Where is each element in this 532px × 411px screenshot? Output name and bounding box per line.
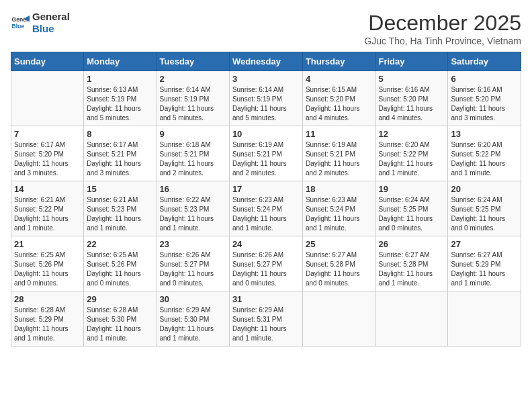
day-cell: 13Sunrise: 6:20 AMSunset: 5:22 PMDayligh… [448, 126, 521, 181]
day-info: Sunrise: 6:27 AMSunset: 5:28 PMDaylight:… [379, 250, 445, 288]
day-cell: 21Sunrise: 6:25 AMSunset: 5:26 PMDayligh… [11, 236, 84, 291]
day-info: Sunrise: 6:24 AMSunset: 5:25 PMDaylight:… [451, 195, 518, 233]
col-saturday: Saturday [448, 52, 521, 71]
day-info: Sunrise: 6:14 AMSunset: 5:19 PMDaylight:… [160, 85, 226, 123]
calendar-table: Sunday Monday Tuesday Wednesday Thursday… [11, 52, 521, 347]
logo-icon: General Blue [11, 13, 30, 32]
day-number: 30 [160, 294, 226, 304]
day-cell: 23Sunrise: 6:26 AMSunset: 5:27 PMDayligh… [157, 236, 229, 291]
day-info: Sunrise: 6:25 AMSunset: 5:26 PMDaylight:… [14, 250, 81, 288]
day-info: Sunrise: 6:18 AMSunset: 5:21 PMDaylight:… [160, 140, 226, 178]
header-row: Sunday Monday Tuesday Wednesday Thursday… [11, 52, 521, 71]
day-cell: 31Sunrise: 6:29 AMSunset: 5:31 PMDayligh… [229, 291, 302, 347]
day-cell: 25Sunrise: 6:27 AMSunset: 5:28 PMDayligh… [302, 236, 375, 291]
day-number: 26 [379, 239, 445, 249]
title-block: December 2025 GJuc Tho, Ha Tinh Province… [364, 11, 521, 46]
day-number: 27 [451, 239, 518, 249]
col-tuesday: Tuesday [157, 52, 229, 71]
day-info: Sunrise: 6:23 AMSunset: 5:24 PMDaylight:… [306, 195, 373, 233]
day-info: Sunrise: 6:27 AMSunset: 5:28 PMDaylight:… [306, 250, 373, 288]
day-number: 1 [87, 74, 153, 84]
day-number: 24 [232, 239, 300, 249]
day-info: Sunrise: 6:28 AMSunset: 5:30 PMDaylight:… [87, 306, 153, 343]
day-info: Sunrise: 6:25 AMSunset: 5:26 PMDaylight:… [87, 250, 153, 288]
day-info: Sunrise: 6:19 AMSunset: 5:21 PMDaylight:… [306, 140, 373, 178]
day-info: Sunrise: 6:16 AMSunset: 5:20 PMDaylight:… [451, 85, 518, 123]
day-info: Sunrise: 6:17 AMSunset: 5:20 PMDaylight:… [14, 140, 81, 178]
day-cell: 6Sunrise: 6:16 AMSunset: 5:20 PMDaylight… [448, 71, 521, 126]
day-cell: 20Sunrise: 6:24 AMSunset: 5:25 PMDayligh… [448, 181, 521, 236]
logo-text-blue: Blue [32, 23, 70, 35]
day-number: 2 [160, 74, 226, 84]
day-cell: 4Sunrise: 6:15 AMSunset: 5:20 PMDaylight… [302, 71, 375, 126]
day-number: 5 [379, 74, 445, 84]
day-number: 4 [306, 74, 373, 84]
day-cell: 8Sunrise: 6:17 AMSunset: 5:21 PMDaylight… [84, 126, 157, 181]
calendar-header: Sunday Monday Tuesday Wednesday Thursday… [11, 52, 521, 71]
day-cell: 11Sunrise: 6:19 AMSunset: 5:21 PMDayligh… [302, 126, 375, 181]
day-number: 12 [379, 129, 445, 139]
day-cell: 30Sunrise: 6:29 AMSunset: 5:30 PMDayligh… [157, 291, 229, 347]
day-number: 18 [306, 184, 373, 194]
logo: General Blue General Blue [11, 11, 70, 35]
week-row-1: 1Sunrise: 6:13 AMSunset: 5:19 PMDaylight… [11, 71, 521, 126]
day-cell [11, 71, 84, 126]
col-friday: Friday [375, 52, 448, 71]
logo-text-general: General [32, 11, 70, 23]
day-number: 21 [14, 239, 81, 249]
day-info: Sunrise: 6:23 AMSunset: 5:24 PMDaylight:… [232, 195, 300, 233]
day-cell: 26Sunrise: 6:27 AMSunset: 5:28 PMDayligh… [375, 236, 448, 291]
day-number: 17 [232, 184, 300, 194]
day-info: Sunrise: 6:15 AMSunset: 5:20 PMDaylight:… [306, 85, 373, 123]
day-number: 23 [160, 239, 226, 249]
day-number: 19 [379, 184, 445, 194]
day-cell: 28Sunrise: 6:28 AMSunset: 5:29 PMDayligh… [11, 291, 84, 347]
day-info: Sunrise: 6:20 AMSunset: 5:22 PMDaylight:… [451, 140, 518, 178]
day-number: 11 [306, 129, 373, 139]
day-info: Sunrise: 6:26 AMSunset: 5:27 PMDaylight:… [160, 250, 226, 288]
calendar-body: 1Sunrise: 6:13 AMSunset: 5:19 PMDaylight… [11, 71, 521, 347]
day-cell [375, 291, 448, 347]
svg-text:Blue: Blue [12, 23, 25, 30]
day-info: Sunrise: 6:27 AMSunset: 5:29 PMDaylight:… [451, 250, 518, 288]
day-cell: 22Sunrise: 6:25 AMSunset: 5:26 PMDayligh… [84, 236, 157, 291]
day-cell: 15Sunrise: 6:21 AMSunset: 5:23 PMDayligh… [84, 181, 157, 236]
calendar-title: December 2025 [364, 11, 521, 36]
day-cell: 9Sunrise: 6:18 AMSunset: 5:21 PMDaylight… [157, 126, 229, 181]
day-info: Sunrise: 6:14 AMSunset: 5:19 PMDaylight:… [232, 85, 300, 123]
day-cell: 12Sunrise: 6:20 AMSunset: 5:22 PMDayligh… [375, 126, 448, 181]
day-cell: 14Sunrise: 6:21 AMSunset: 5:22 PMDayligh… [11, 181, 84, 236]
week-row-4: 21Sunrise: 6:25 AMSunset: 5:26 PMDayligh… [11, 236, 521, 291]
day-cell: 29Sunrise: 6:28 AMSunset: 5:30 PMDayligh… [84, 291, 157, 347]
day-number: 15 [87, 184, 153, 194]
day-cell: 16Sunrise: 6:22 AMSunset: 5:23 PMDayligh… [157, 181, 229, 236]
day-info: Sunrise: 6:29 AMSunset: 5:31 PMDaylight:… [232, 306, 300, 343]
day-cell: 19Sunrise: 6:24 AMSunset: 5:25 PMDayligh… [375, 181, 448, 236]
day-number: 7 [14, 129, 81, 139]
col-wednesday: Wednesday [229, 52, 302, 71]
day-info: Sunrise: 6:16 AMSunset: 5:20 PMDaylight:… [379, 85, 445, 123]
day-number: 31 [232, 294, 300, 304]
page-header: General Blue General Blue December 2025 … [11, 11, 521, 46]
day-number: 22 [87, 239, 153, 249]
day-cell [448, 291, 521, 347]
day-cell: 10Sunrise: 6:19 AMSunset: 5:21 PMDayligh… [229, 126, 302, 181]
day-info: Sunrise: 6:29 AMSunset: 5:30 PMDaylight:… [160, 306, 226, 343]
day-info: Sunrise: 6:20 AMSunset: 5:22 PMDaylight:… [379, 140, 445, 178]
day-number: 28 [14, 294, 81, 304]
day-info: Sunrise: 6:26 AMSunset: 5:27 PMDaylight:… [232, 250, 300, 288]
day-cell: 24Sunrise: 6:26 AMSunset: 5:27 PMDayligh… [229, 236, 302, 291]
col-thursday: Thursday [302, 52, 375, 71]
day-cell: 18Sunrise: 6:23 AMSunset: 5:24 PMDayligh… [302, 181, 375, 236]
day-info: Sunrise: 6:13 AMSunset: 5:19 PMDaylight:… [87, 85, 153, 123]
day-info: Sunrise: 6:24 AMSunset: 5:25 PMDaylight:… [379, 195, 445, 233]
week-row-2: 7Sunrise: 6:17 AMSunset: 5:20 PMDaylight… [11, 126, 521, 181]
day-cell: 27Sunrise: 6:27 AMSunset: 5:29 PMDayligh… [448, 236, 521, 291]
day-cell: 1Sunrise: 6:13 AMSunset: 5:19 PMDaylight… [84, 71, 157, 126]
day-cell [302, 291, 375, 347]
calendar-subtitle: GJuc Tho, Ha Tinh Province, Vietnam [364, 36, 521, 46]
day-info: Sunrise: 6:22 AMSunset: 5:23 PMDaylight:… [160, 195, 226, 233]
week-row-3: 14Sunrise: 6:21 AMSunset: 5:22 PMDayligh… [11, 181, 521, 236]
col-monday: Monday [84, 52, 157, 71]
day-cell: 5Sunrise: 6:16 AMSunset: 5:20 PMDaylight… [375, 71, 448, 126]
